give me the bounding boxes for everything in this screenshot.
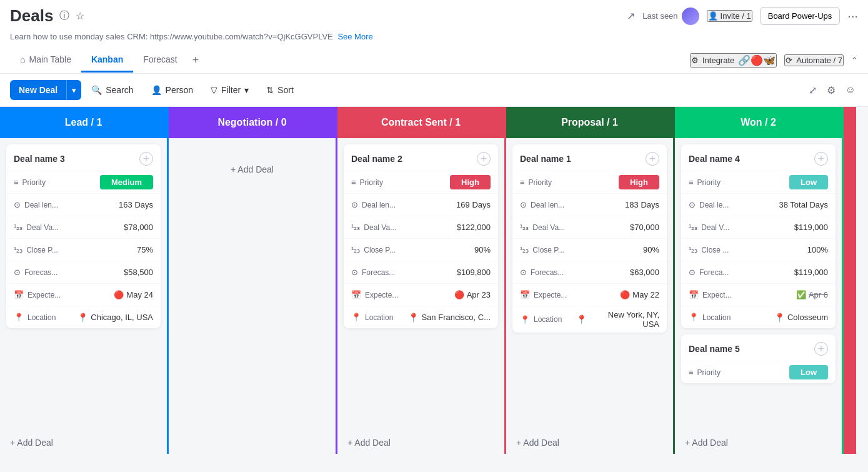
deal-3-location: 📍 Chicago, IL, USA xyxy=(77,313,153,323)
card-deal-3-add[interactable]: + xyxy=(139,152,153,166)
forecast-label-text: Forecas... xyxy=(24,268,57,277)
card-deal-1-add[interactable]: + xyxy=(646,152,659,166)
location-label-1: 📍 Location xyxy=(520,315,576,324)
priority-badge-high-2[interactable]: High xyxy=(450,175,491,189)
deal-3-value: $78,000 xyxy=(124,223,153,232)
integrate-button[interactable]: ⚙ Integrate 🔗🔴🦋 xyxy=(690,53,777,68)
card-deal-5-add[interactable]: + xyxy=(814,342,828,356)
last-seen-label: Last seen xyxy=(642,11,677,21)
deal-4-close: 100% xyxy=(807,245,828,254)
card-deal-1-close-row: ¹₂₃ Close P... 90% xyxy=(512,238,667,261)
priority-label-text-1: Priority xyxy=(529,178,552,187)
card-deal-3-forecast-row: ⊙ Forecas... $58,500 xyxy=(6,261,161,283)
board-power-ups-button[interactable]: Board Power-Ups xyxy=(760,7,841,25)
add-deal-lead[interactable]: + Add Deal xyxy=(0,431,167,454)
deal-value-label-2: ¹₂₃ Deal Va... xyxy=(351,223,407,232)
add-deal-contract[interactable]: + Add Deal xyxy=(337,431,504,454)
card-deal-1-header: Deal name 1 + xyxy=(512,144,667,171)
deal-2-location: 📍 San Francisco, C... xyxy=(408,313,491,323)
new-deal-button[interactable]: New Deal xyxy=(10,80,66,100)
deal-3-date-text: May 24 xyxy=(126,290,153,299)
deal-2-priority-value[interactable]: High xyxy=(450,178,491,187)
deal-3-priority-value[interactable]: Medium xyxy=(100,178,153,187)
column-lead: Lead / 1 Deal name 3 + ≡ Priority Medium xyxy=(0,107,169,454)
deal-length-icon-2: ⊙ xyxy=(351,200,358,209)
card-deal-2-add[interactable]: + xyxy=(477,152,491,166)
star-icon[interactable]: ☆ xyxy=(74,9,86,23)
add-deal-negotiation-center[interactable]: + Add Deal xyxy=(218,152,286,187)
tab-kanban[interactable]: Kanban xyxy=(81,48,133,73)
new-deal-dropdown-button[interactable]: ▾ xyxy=(66,80,81,100)
deal-value-label-text-4: Deal V... xyxy=(701,223,729,232)
add-deal-won[interactable]: + Add Deal xyxy=(675,431,842,454)
collapse-button[interactable]: ⌃ xyxy=(851,56,858,65)
location-label-text-2: Location xyxy=(365,313,393,322)
card-deal-4-value-row: ¹₂₃ Deal V... $119,000 xyxy=(681,216,836,238)
expected-icon: 📅 xyxy=(14,290,24,299)
automate-label: Automate / 7 xyxy=(796,56,842,65)
automate-icon: ⟳ xyxy=(786,56,792,65)
app-container: Deals ⓘ ☆ ↗ Last seen 👤 Invite / 1 Board… xyxy=(0,0,868,454)
deal-2-location-text: San Francisco, C... xyxy=(421,313,491,322)
new-deal-group: New Deal ▾ xyxy=(10,80,81,100)
card-deal-4-length-row: ⊙ Deal le... 38 Total Days xyxy=(681,193,836,216)
more-options-button[interactable]: ··· xyxy=(847,9,858,23)
tab-main-table[interactable]: ⌂ Main Table xyxy=(10,48,81,73)
expected-label-2: 📅 Expecte... xyxy=(351,290,407,299)
deal-length-icon-1: ⊙ xyxy=(520,200,527,209)
deal-3-location-text: Chicago, IL, USA xyxy=(91,313,153,322)
deal-4-location-text: Colosseum xyxy=(787,313,828,322)
priority-row-icon-4: ≡ xyxy=(689,178,694,187)
card-deal-3-close-row: ¹₂₃ Close P... 75% xyxy=(6,238,161,261)
date-alert-icon-2: 🔴 xyxy=(454,290,464,299)
emoji-button[interactable]: ☺ xyxy=(843,82,858,98)
deal-3-date: 🔴 May 24 xyxy=(114,290,153,299)
card-deal-5-priority-row: ≡ Priority Low xyxy=(681,361,836,383)
filter-button[interactable]: ▽ Filter ▾ xyxy=(203,81,256,99)
priority-badge-low-5[interactable]: Low xyxy=(789,365,828,379)
add-tab-button[interactable]: + xyxy=(187,48,204,73)
see-more-link[interactable]: See More xyxy=(337,32,372,41)
priority-row-icon-5: ≡ xyxy=(689,368,694,377)
invite-button[interactable]: 👤 Invite / 1 xyxy=(707,10,752,22)
deal-4-priority-value[interactable]: Low xyxy=(789,178,828,187)
deal-value-icon-1: ¹₂₃ xyxy=(520,223,529,232)
deal-value-label-text-2: Deal Va... xyxy=(364,223,396,232)
card-deal-2-close-row: ¹₂₃ Close P... 90% xyxy=(344,238,498,261)
location-label-text-1: Location xyxy=(534,315,562,324)
priority-label-1: ≡ Priority xyxy=(520,178,576,187)
person-button[interactable]: 👤 Person xyxy=(144,81,201,99)
sort-button[interactable]: ⇅ Sort xyxy=(259,81,301,99)
integrate-emoji-icons: 🔗🔴🦋 xyxy=(738,54,776,66)
deal-5-priority-value[interactable]: Low xyxy=(789,368,828,377)
expand-button[interactable]: ⤢ xyxy=(806,82,819,99)
card-deal-2-length-row: ⊙ Deal len... 169 Days xyxy=(344,193,498,216)
close-prob-label-1: ¹₂₃ Close P... xyxy=(520,245,576,254)
priority-badge-low-4[interactable]: Low xyxy=(789,175,828,189)
location-label-text: Location xyxy=(27,313,56,322)
last-seen: Last seen xyxy=(642,8,699,25)
tab-forecast[interactable]: Forecast xyxy=(133,48,187,73)
card-deal-2: Deal name 2 + ≡ Priority High xyxy=(344,144,498,328)
info-icon[interactable]: ⓘ xyxy=(58,8,71,24)
integrate-label: Integrate xyxy=(702,56,734,65)
automate-button[interactable]: ⟳ Automate / 7 xyxy=(784,54,844,66)
search-button[interactable]: 🔍 Search xyxy=(84,81,141,99)
deal-1-priority-value[interactable]: High xyxy=(619,178,659,187)
priority-row-icon-2: ≡ xyxy=(351,178,356,187)
priority-label: ≡ Priority xyxy=(14,178,70,187)
toolbar: New Deal ▾ 🔍 Search 👤 Person ▽ Filter ▾ … xyxy=(0,74,868,107)
add-deal-proposal[interactable]: + Add Deal xyxy=(506,431,673,454)
deal-1-name: Deal name 1 xyxy=(520,154,571,164)
expected-icon-1: 📅 xyxy=(520,290,530,299)
deal-1-date: 🔴 May 22 xyxy=(620,290,659,299)
card-deal-4-add[interactable]: + xyxy=(814,152,828,166)
close-prob-icon: ¹₂₃ xyxy=(14,245,22,254)
title-row: Deals ⓘ ☆ ↗ Last seen 👤 Invite / 1 Board… xyxy=(10,0,858,29)
card-deal-3-date-row: 📅 Expecte... 🔴 May 24 xyxy=(6,283,161,306)
settings-button[interactable]: ⚙ xyxy=(824,82,838,99)
deal-4-date: ✅ Apr 6 xyxy=(796,290,828,299)
priority-badge-high-1[interactable]: High xyxy=(619,175,659,189)
priority-badge-medium[interactable]: Medium xyxy=(100,175,153,189)
deal-1-date-text: May 22 xyxy=(632,290,659,299)
